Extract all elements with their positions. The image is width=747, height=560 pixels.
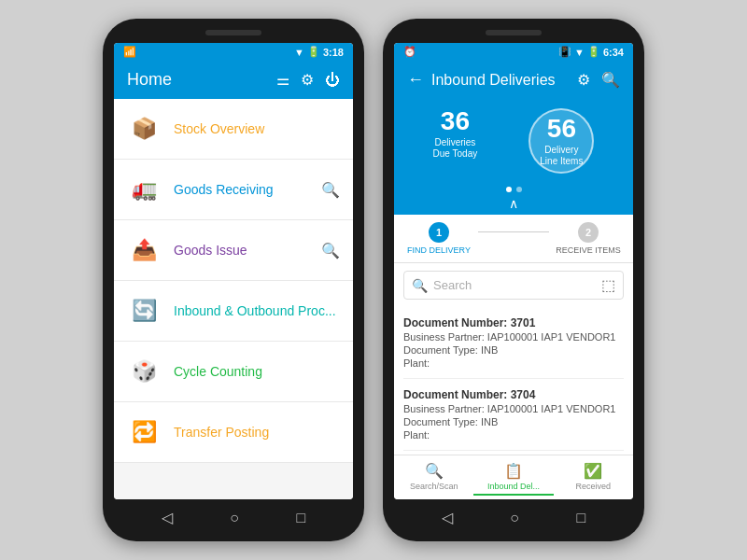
recents-button-right[interactable]: □	[577, 510, 586, 526]
status-left-icons: 📶	[123, 46, 136, 58]
doc-3701-type: Document Type: INB	[403, 344, 624, 356]
step-2-label: Receive Items	[556, 245, 621, 255]
back-button-right[interactable]: ◁	[442, 509, 453, 526]
nav-received[interactable]: ✅ Received	[554, 459, 633, 496]
search-scan-icon: 🔍	[425, 462, 444, 480]
doc-3701-plant: Plant:	[403, 357, 624, 369]
app-header-left: Home ⚌ ⚙ ⏻	[114, 61, 353, 99]
collapse-chevron[interactable]: ∧	[407, 196, 620, 215]
search-container[interactable]: 🔍 Search ⬚	[403, 271, 624, 300]
menu-item-goods-issue[interactable]: 📤 Goods Issue 🔍	[114, 220, 353, 281]
step-find-delivery: 1 FIND DELIVERY	[403, 222, 474, 255]
search-icon-right[interactable]: 🔍	[601, 71, 620, 89]
settings-icon[interactable]: ⚙	[301, 71, 314, 89]
inbound-deliveries-title: Inbound Deliveries	[431, 72, 556, 89]
status-time-right: 📳 ▼ 🔋 6:34	[558, 46, 624, 58]
nav-inbound-del[interactable]: 📋 Inbound Del...	[473, 459, 553, 496]
steps-bar: 1 FIND DELIVERY 2 Receive Items	[394, 215, 633, 263]
deliveries-number: 36	[433, 108, 478, 134]
search-row: 🔍 Search ⬚	[394, 263, 633, 307]
inbound-title-group: ← Inbound Deliveries	[407, 70, 556, 90]
goods-receiving-label: Goods Receiving	[174, 182, 321, 197]
nav-search-scan[interactable]: 🔍 Search/Scan	[394, 459, 473, 496]
menu-item-inbound-outbound[interactable]: 🔄 Inbound & Outbound Proc...	[114, 281, 353, 342]
wifi-icon-right: ▼	[574, 47, 585, 58]
filter-icon[interactable]: ⚌	[276, 71, 289, 89]
recents-button-left[interactable]: □	[297, 510, 306, 526]
line-items-number: 56	[547, 116, 576, 142]
goods-issue-icon: 📤	[127, 233, 161, 267]
doc-3701-title: Document Number: 3701	[403, 316, 624, 329]
stock-overview-icon: 📦	[127, 112, 161, 146]
document-item-3704[interactable]: Document Number: 3704 Business Partner: …	[403, 379, 624, 451]
document-list: Document Number: 3701 Business Partner: …	[394, 307, 633, 455]
doc-3701-partner: Business Partner: IAP100001 IAP1 VENDOR1	[403, 331, 624, 343]
doc-3704-type: Document Type: INB	[403, 416, 624, 427]
status-bar-right: ⏰ 📳 ▼ 🔋 6:34	[394, 43, 633, 61]
inbound-stats: 36 DeliveriesDue Today 56 DeliveryLine I…	[407, 99, 620, 187]
goods-issue-search-icon[interactable]: 🔍	[321, 242, 340, 259]
menu-item-goods-receiving[interactable]: 🚛 Goods Receiving 🔍	[114, 160, 353, 220]
home-button-right[interactable]: ○	[510, 510, 519, 526]
phone-left: 📶 ▼ 🔋 3:18 Home ⚌ ⚙ ⏻	[103, 19, 364, 541]
header-icons-left: ⚌ ⚙ ⏻	[276, 71, 340, 89]
phone-bottom-left: ◁ ○ □	[114, 499, 353, 530]
document-item-3701[interactable]: Document Number: 3701 Business Partner: …	[403, 307, 624, 379]
transfer-posting-label: Transfer Posting	[174, 425, 340, 440]
back-arrow-icon[interactable]: ←	[407, 70, 424, 90]
inbound-outbound-icon: 🔄	[127, 294, 161, 328]
received-icon: ✅	[584, 462, 602, 480]
bottom-nav: 🔍 Search/Scan 📋 Inbound Del... ✅ Receive…	[394, 455, 633, 499]
screen-left: 📶 ▼ 🔋 3:18 Home ⚌ ⚙ ⏻	[114, 43, 353, 499]
wifi-icon: ▼	[294, 47, 304, 58]
cycle-counting-icon: 🎲	[127, 355, 161, 388]
stock-overview-label: Stock Overview	[174, 121, 340, 136]
line-items-label: DeliveryLine Items	[540, 145, 583, 167]
search-small-icon: 🔍	[412, 278, 428, 293]
back-button-left[interactable]: ◁	[162, 509, 173, 526]
dot-1	[506, 187, 512, 192]
step-receive-items: 2 Receive Items	[553, 222, 624, 255]
doc-3704-partner: Business Partner: IAP100001 IAP1 VENDOR1	[403, 403, 624, 414]
home-button-left[interactable]: ○	[230, 510, 239, 526]
home-title: Home	[127, 70, 172, 90]
settings-icon-right[interactable]: ⚙	[577, 71, 590, 89]
goods-receiving-icon: 🚛	[127, 173, 161, 206]
power-icon[interactable]: ⏻	[325, 72, 340, 89]
step-divider	[478, 231, 549, 232]
battery-icon: 🔋	[307, 46, 320, 58]
phone-bottom-right: ◁ ○ □	[394, 499, 633, 530]
step-1-label: FIND DELIVERY	[407, 245, 471, 255]
inbound-header: ← Inbound Deliveries ⚙ 🔍 36 DeliveriesDu…	[394, 61, 633, 215]
phone-right: ⏰ 📳 ▼ 🔋 6:34 ← Inbound Deliveries	[383, 19, 644, 541]
battery-icon-right: 🔋	[587, 46, 600, 58]
screen-right: ⏰ 📳 ▼ 🔋 6:34 ← Inbound Deliveries	[394, 43, 633, 499]
sim-icon: 📶	[123, 46, 136, 58]
menu-list: 📦 Stock Overview 🚛 Goods Receiving 🔍 📤 G…	[114, 99, 353, 499]
step-1-circle: 1	[429, 222, 449, 243]
barcode-icon[interactable]: ⬚	[601, 276, 615, 294]
goods-issue-label: Goods Issue	[174, 243, 321, 258]
cycle-counting-label: Cycle Counting	[174, 364, 340, 379]
deliveries-stat: 36 DeliveriesDue Today	[433, 108, 478, 174]
search-placeholder[interactable]: Search	[433, 278, 601, 292]
menu-item-stock-overview[interactable]: 📦 Stock Overview	[114, 99, 353, 160]
line-items-stat: 56 DeliveryLine Items	[529, 108, 594, 174]
transfer-posting-icon: 🔁	[127, 415, 161, 449]
status-right-left-icons: ⏰	[403, 46, 416, 58]
inbound-header-icons: ⚙ 🔍	[577, 71, 620, 89]
alarm-icon: ⏰	[403, 46, 416, 58]
carousel-dots	[407, 187, 620, 196]
goods-receiving-search-icon[interactable]: 🔍	[321, 181, 340, 199]
inbound-title-row: ← Inbound Deliveries ⚙ 🔍	[407, 70, 620, 99]
volume-icon: 📳	[558, 46, 571, 58]
menu-item-cycle-counting[interactable]: 🎲 Cycle Counting	[114, 342, 353, 402]
doc-3704-title: Document Number: 3704	[403, 388, 624, 401]
status-bar-left: 📶 ▼ 🔋 3:18	[114, 43, 353, 61]
inbound-del-icon: 📋	[504, 462, 523, 480]
dot-2	[516, 187, 522, 192]
doc-3704-plant: Plant:	[403, 429, 624, 441]
inbound-outbound-label: Inbound & Outbound Proc...	[174, 303, 340, 318]
deliveries-label: DeliveriesDue Today	[433, 137, 478, 160]
menu-item-transfer-posting[interactable]: 🔁 Transfer Posting	[114, 402, 353, 463]
